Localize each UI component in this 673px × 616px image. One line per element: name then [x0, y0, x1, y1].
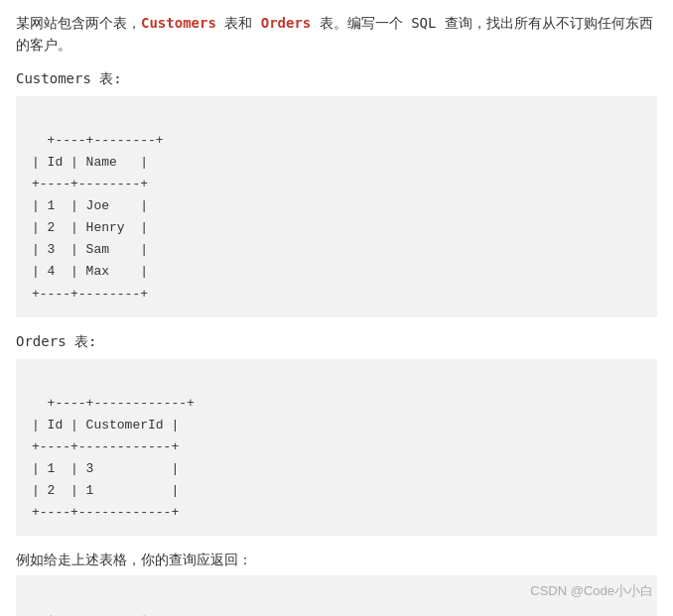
- intro-paragraph: 某网站包含两个表，Customers 表和 Orders 表。编写一个 SQL …: [16, 12, 657, 57]
- customers-table-content: +----+--------+ | Id | Name | +----+----…: [32, 133, 164, 302]
- intro-text-before: 某网站包含两个表，: [16, 15, 141, 31]
- orders-table-block: +----+------------+ | Id | CustomerId | …: [16, 359, 657, 537]
- orders-table-label: Orders 表:: [16, 333, 657, 351]
- orders-table-content: +----+------------+ | Id | CustomerId | …: [32, 396, 195, 520]
- intro-text-middle: 表和: [216, 15, 261, 31]
- customers-table-block: +----+--------+ | Id | Name | +----+----…: [16, 96, 657, 317]
- watermark-text: CSDN @Code小小白: [530, 582, 653, 600]
- result-table-content: +-----------+ | Customers | +-----------…: [32, 612, 148, 616]
- result-label-text: 例如给走上述表格，你的查询应返回：: [16, 552, 252, 567]
- customers-highlight: Customers: [141, 15, 216, 31]
- customers-table-label: Customers 表:: [16, 70, 657, 88]
- result-label: 例如给走上述表格，你的查询应返回：: [16, 552, 657, 569]
- orders-highlight: Orders: [261, 15, 312, 31]
